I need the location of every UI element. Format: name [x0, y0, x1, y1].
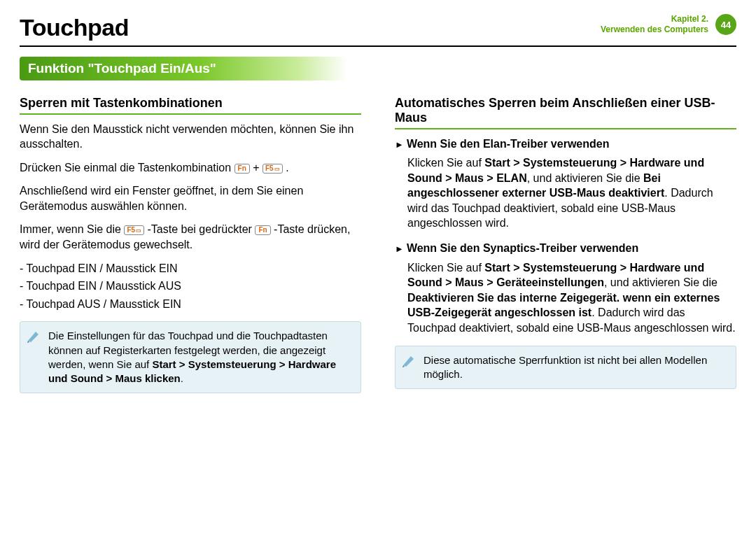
right-subrule [395, 128, 736, 129]
touchpad-glyph-icon: ▭ [136, 227, 141, 234]
list-item: - Touchpad AUS / Mausstick EIN [20, 297, 361, 312]
keycap-label: F5 [127, 226, 135, 234]
keycap-fn: Fn [234, 164, 250, 174]
columns: Sperren mit Tastenkombinationen Wenn Sie… [20, 96, 736, 393]
para: Anschließend wird ein Fenster geöffnet, … [20, 183, 361, 213]
para: Wenn Sie den Mausstick nicht verwenden m… [20, 122, 361, 152]
text: . [286, 162, 288, 174]
note-text: Diese automatische Sperrfunktion ist nic… [424, 354, 707, 380]
heading-text: Wenn Sie den Elan-Treiber verwenden [407, 138, 610, 150]
text: Klicken Sie auf [407, 262, 484, 274]
title-rule [20, 45, 736, 47]
text: -Taste bei gedrückter [148, 223, 255, 235]
touchpad-glyph-icon: ▭ [274, 166, 280, 172]
text: + [253, 162, 262, 174]
note-text-c: . [181, 372, 183, 384]
keycap-f5: F5▭ [124, 225, 144, 235]
list-item: - Touchpad EIN / Mausstick AUS [20, 278, 361, 294]
keycap-label: F5 [265, 164, 274, 172]
left-column: Sperren mit Tastenkombinationen Wenn Sie… [20, 96, 361, 393]
manual-page: Touchpad Kapitel 2. Verwenden des Comput… [0, 0, 756, 536]
triangle-icon: ► [395, 139, 404, 150]
note-box: Diese automatische Sperrfunktion ist nic… [395, 346, 736, 390]
triangle-icon: ► [395, 244, 404, 254]
chapter-text: Kapitel 2. Verwenden des Computers [601, 14, 708, 35]
para-keycombo: Drücken Sie einmal die Tastenkombination… [20, 160, 361, 176]
para-synaptics: Klicken Sie auf Start > Systemsteuerung … [407, 260, 736, 336]
driver-heading-elan: ►Wenn Sie den Elan-Treiber verwenden [395, 136, 736, 152]
right-subhead: Automatisches Sperren beim Anschließen e… [395, 96, 736, 125]
chapter-line2: Verwenden des Computers [601, 24, 708, 35]
text: Drücken Sie einmal die Tastenkombination [20, 162, 234, 174]
note-icon [26, 329, 41, 348]
heading-text: Wenn Sie den Synaptics-Treiber verwenden [407, 242, 638, 254]
left-body: Wenn Sie den Mausstick nicht verwenden m… [20, 122, 361, 394]
chapter-block: Kapitel 2. Verwenden des Computers 44 [601, 14, 736, 35]
page-title: Touchpad [20, 14, 129, 41]
keycap-fn: Fn [255, 225, 270, 235]
list-item: - Touchpad EIN / Mausstick EIN [20, 261, 361, 276]
right-body: ►Wenn Sie den Elan-Treiber verwenden Kli… [395, 136, 736, 390]
mode-list: - Touchpad EIN / Mausstick EIN - Touchpa… [20, 261, 361, 312]
para-mode-switch: Immer, wenn Sie die F5▭ -Taste bei gedrü… [20, 222, 361, 252]
keycap-f5: F5▭ [262, 164, 283, 174]
text: , und aktivieren Sie die [527, 172, 643, 184]
left-subrule [20, 113, 361, 115]
note-box: Die Einstellungen für das Touchpad und d… [20, 321, 361, 393]
text: Immer, wenn Sie die [20, 223, 124, 235]
header-row: Touchpad Kapitel 2. Verwenden des Comput… [20, 14, 736, 41]
para-elan: Klicken Sie auf Start > Systemsteuerung … [407, 155, 736, 231]
section-banner: Funktion "Touchpad Ein/Aus" [20, 57, 347, 80]
left-subhead: Sperren mit Tastenkombinationen [20, 96, 361, 111]
driver-heading-synaptics: ►Wenn Sie den Synaptics-Treiber verwende… [395, 241, 736, 256]
text: , und aktivieren Sie die [604, 276, 718, 288]
text: Klicken Sie auf [407, 157, 484, 169]
note-icon [401, 353, 416, 372]
chapter-line1: Kapitel 2. [601, 14, 708, 24]
right-column: Automatisches Sperren beim Anschließen e… [395, 96, 736, 393]
page-number-badge: 44 [715, 14, 736, 35]
